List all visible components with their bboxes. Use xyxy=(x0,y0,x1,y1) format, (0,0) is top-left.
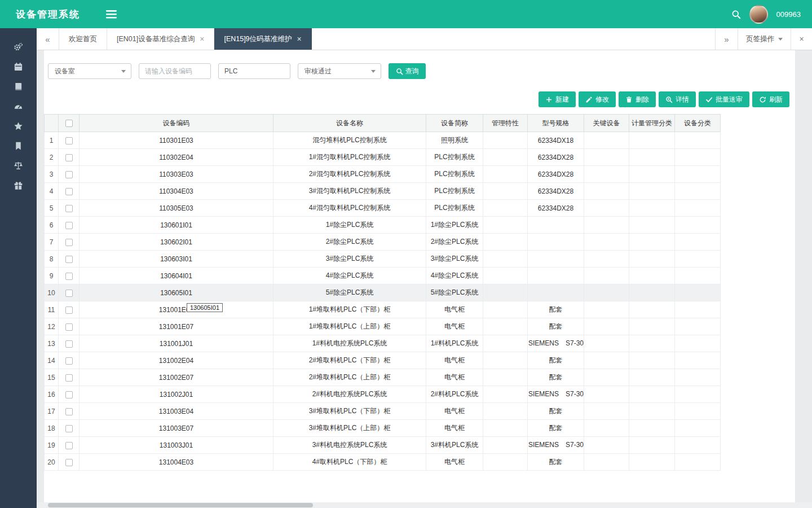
table-row[interactable]: 13131001J011#料机电控系统PLC系统1#料机PLC系统SIEMENS… xyxy=(45,335,721,352)
close-all-tabs-button[interactable]: × xyxy=(791,28,812,50)
tab-0[interactable]: 欢迎首页 xyxy=(59,28,107,50)
user-id: 009963 xyxy=(776,10,801,19)
cell-mgmt xyxy=(483,166,528,183)
row-checkbox[interactable] xyxy=(65,391,73,398)
detail-button[interactable]: 详情 xyxy=(659,91,696,107)
cell-code: 110302E04 xyxy=(80,149,273,166)
table-row[interactable]: 8130603I013#除尘PLC系统3#除尘PLC系统 xyxy=(45,251,721,268)
calendar-icon xyxy=(14,62,23,72)
table-row[interactable]: 20131004E034#取料机PLC（下部）柜电气柜配套 xyxy=(45,454,721,471)
table-row[interactable]: 6130601I011#除尘PLC系统1#除尘PLC系统 xyxy=(45,217,721,234)
tab-2[interactable]: [EN15]9位码基准维护× xyxy=(214,28,311,50)
row-checkbox[interactable] xyxy=(65,306,73,314)
row-checkbox[interactable] xyxy=(65,273,73,280)
header-search-icon[interactable] xyxy=(731,10,741,19)
table-row[interactable]: 15131002E072#堆取料机PLC（上部）柜电气柜配套 xyxy=(45,369,721,386)
column-header[interactable]: 设备分类 xyxy=(675,115,721,132)
sidebar-item-book[interactable] xyxy=(0,77,37,97)
star-icon xyxy=(14,121,23,131)
cell-mgmt xyxy=(483,420,528,437)
edit-button[interactable]: 修改 xyxy=(579,91,616,107)
sidebar-item-calendar[interactable] xyxy=(0,57,37,77)
tabs-scroll-left-button[interactable]: « xyxy=(37,28,59,50)
sidebar-item-dashboard[interactable] xyxy=(0,97,37,116)
table-row[interactable]: 3110303E032#混匀取料机PLC控制系统PLC控制系统62334DX28 xyxy=(45,166,721,183)
row-checkbox[interactable] xyxy=(65,323,73,331)
row-checkbox[interactable] xyxy=(65,188,73,195)
row-checkbox[interactable] xyxy=(65,357,73,365)
tab-close-icon[interactable]: × xyxy=(297,35,302,43)
column-header[interactable]: 设备编码 xyxy=(80,115,273,132)
cell-short: 2#料机PLC系统 xyxy=(426,386,483,403)
column-header[interactable]: 计量管理分类 xyxy=(629,115,675,132)
table-row[interactable]: 17131003E043#堆取料机PLC（下部）柜电气柜配套 xyxy=(45,403,721,420)
row-checkbox[interactable] xyxy=(65,340,73,348)
delete-button[interactable]: 删除 xyxy=(619,91,656,107)
table-row[interactable]: 16131002J012#料机电控系统PLC系统2#料机PLC系统SIEMENS… xyxy=(45,386,721,403)
column-header[interactable]: 管理特性 xyxy=(483,115,528,132)
row-checkbox[interactable] xyxy=(65,256,73,263)
tab-operations-button[interactable]: 页签操作 xyxy=(738,28,791,50)
device-code-input[interactable] xyxy=(139,63,211,79)
tab-1[interactable]: [EN01]设备基准综合查询× xyxy=(107,28,214,50)
row-checkbox[interactable] xyxy=(65,137,73,144)
user-avatar[interactable] xyxy=(749,5,768,24)
row-select-cell xyxy=(59,335,80,352)
cell-short: 电气柜 xyxy=(426,301,483,318)
row-checkbox[interactable] xyxy=(65,374,73,382)
scrollbar-thumb[interactable] xyxy=(48,503,313,507)
table-row[interactable]: 1110301E03混匀堆料机PLC控制系统照明系统62334DX18 xyxy=(45,132,721,149)
tab-label: [EN01]设备基准综合查询 xyxy=(117,34,195,44)
cell-meter xyxy=(629,437,675,454)
cell-short: 电气柜 xyxy=(426,420,483,437)
table-row[interactable]: 19131003J013#料机电控系统PLC系统3#料机PLC系统SIEMENS… xyxy=(45,437,721,454)
table-row[interactable]: 4110304E033#混匀取料机PLC控制系统PLC控制系统62334DX28 xyxy=(45,183,721,200)
table-row[interactable]: 18131003E073#堆取料机PLC（上部）柜电气柜配套 xyxy=(45,420,721,437)
table-row[interactable]: 7130602I012#除尘PLC系统2#除尘PLC系统 xyxy=(45,234,721,251)
select-all-checkbox[interactable] xyxy=(65,120,73,127)
row-checkbox[interactable] xyxy=(65,459,73,466)
row-checkbox[interactable] xyxy=(65,239,73,246)
row-checkbox[interactable] xyxy=(65,222,73,229)
row-checkbox[interactable] xyxy=(65,408,73,415)
column-header[interactable]: 型号规格 xyxy=(528,115,584,132)
horizontal-scrollbar[interactable] xyxy=(37,502,812,508)
table-row[interactable]: 12131001E071#堆取料机PLC（上部）柜电气柜配套 xyxy=(45,318,721,335)
cell-meter xyxy=(629,149,675,166)
batch-submit-button[interactable]: 批量送审 xyxy=(699,91,749,107)
row-index: 13 xyxy=(45,335,59,352)
sidebar-item-gift[interactable] xyxy=(0,176,37,195)
device-table: 设备编码设备名称设备简称管理特性型号规格关键设备计量管理分类设备分类 11103… xyxy=(44,114,721,471)
row-checkbox[interactable] xyxy=(65,290,73,297)
keyword-input[interactable] xyxy=(218,63,290,79)
table-row[interactable]: 5110305E034#混匀取料机PLC控制系统PLC控制系统62334DX28 xyxy=(45,200,721,217)
tabs-scroll-right-button[interactable]: » xyxy=(715,28,738,50)
cell-category xyxy=(675,386,721,403)
cell-mgmt xyxy=(483,437,528,454)
row-checkbox[interactable] xyxy=(65,205,73,212)
row-checkbox[interactable] xyxy=(65,154,73,161)
row-checkbox[interactable] xyxy=(65,171,73,178)
search-button[interactable]: 查询 xyxy=(389,63,426,79)
table-row[interactable]: 11131001E041#堆取料机PLC（下部）柜电气柜配套 xyxy=(45,301,721,318)
sidebar-item-star[interactable] xyxy=(0,116,37,136)
tab-close-icon[interactable]: × xyxy=(200,35,204,43)
column-header[interactable]: 关键设备 xyxy=(584,115,629,132)
table-row[interactable]: 14131002E042#堆取料机PLC（下部）柜电气柜配套 xyxy=(45,352,721,369)
hamburger-menu-icon[interactable] xyxy=(106,10,117,19)
new-button[interactable]: 新建 xyxy=(539,91,576,107)
column-header[interactable]: 设备名称 xyxy=(273,115,426,132)
cell-mgmt xyxy=(483,251,528,268)
row-checkbox[interactable] xyxy=(65,425,73,432)
sidebar-item-scales[interactable] xyxy=(0,156,37,176)
row-checkbox[interactable] xyxy=(65,442,73,449)
table-row[interactable]: 9130604I014#除尘PLC系统4#除尘PLC系统 xyxy=(45,268,721,284)
sidebar-item-cogs[interactable] xyxy=(0,37,37,57)
device-room-select[interactable]: 设备室 xyxy=(48,63,131,79)
sidebar-item-bookmark[interactable] xyxy=(0,136,37,156)
refresh-button[interactable]: 刷新 xyxy=(752,91,789,107)
table-row[interactable]: 10130605I015#除尘PLC系统5#除尘PLC系统 xyxy=(45,284,721,301)
column-header[interactable]: 设备简称 xyxy=(426,115,483,132)
audit-status-select[interactable]: 审核通过 xyxy=(298,63,381,79)
table-row[interactable]: 2110302E041#混匀取料机PLC控制系统PLC控制系统62334DX28 xyxy=(45,149,721,166)
